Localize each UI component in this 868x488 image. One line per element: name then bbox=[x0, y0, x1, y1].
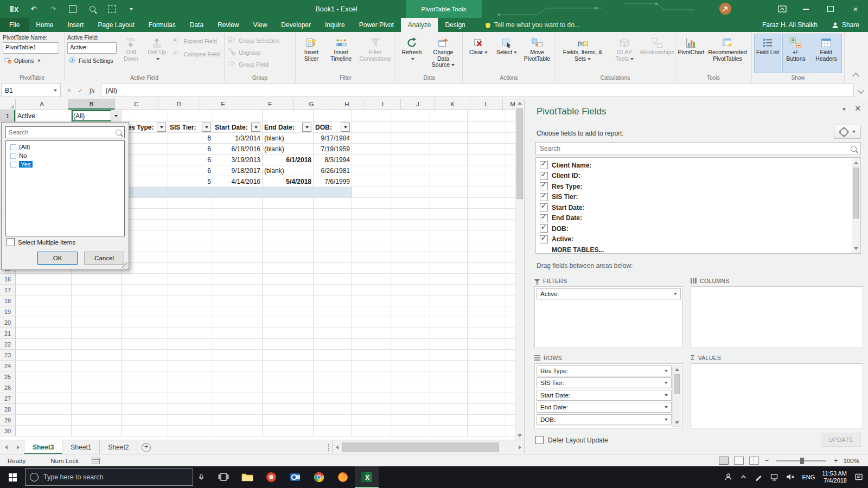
cell-A25[interactable] bbox=[16, 371, 72, 382]
row-header-23[interactable]: 23 bbox=[0, 350, 16, 361]
recommended-pivottables-button[interactable]: Recommended PivotTables bbox=[706, 34, 749, 73]
header-filter-icon[interactable] bbox=[251, 123, 260, 132]
cell-I19[interactable] bbox=[391, 306, 430, 317]
cell-E20[interactable] bbox=[213, 317, 263, 328]
horizontal-scrollbar[interactable] bbox=[332, 440, 524, 454]
tell-me-box[interactable]: Tell me what you want to do... bbox=[486, 18, 580, 32]
column-header-A[interactable]: A bbox=[16, 99, 68, 110]
tools-button[interactable] bbox=[834, 125, 861, 139]
cell-I24[interactable] bbox=[391, 361, 430, 371]
cell-K20[interactable] bbox=[468, 317, 506, 328]
cell-C19[interactable] bbox=[122, 306, 168, 317]
cell-I30[interactable] bbox=[391, 426, 430, 436]
cell-B30[interactable] bbox=[72, 426, 122, 436]
cell-K22[interactable] bbox=[468, 339, 506, 350]
cell-G24[interactable] bbox=[314, 361, 352, 371]
scroll-down-icon[interactable] bbox=[515, 431, 524, 440]
cell-D19[interactable] bbox=[168, 306, 213, 317]
insert-timeline-button[interactable]: Insert Timeline bbox=[326, 34, 356, 73]
cell-D21[interactable] bbox=[168, 328, 213, 339]
field-item-start-date[interactable]: Start Date: bbox=[539, 202, 860, 213]
cell-I15[interactable] bbox=[391, 263, 430, 274]
cell-H14[interactable] bbox=[352, 252, 391, 263]
page-break-view-button[interactable] bbox=[749, 457, 759, 465]
cell-B29[interactable] bbox=[72, 415, 122, 426]
cell-K10[interactable] bbox=[468, 209, 506, 220]
cell-I8[interactable] bbox=[391, 187, 430, 198]
cell-J4[interactable] bbox=[430, 144, 468, 155]
cell-D28[interactable] bbox=[168, 404, 213, 415]
cell-F3[interactable]: (blank) bbox=[263, 133, 314, 144]
cell-D22[interactable] bbox=[168, 339, 213, 350]
row-header-24[interactable]: 24 bbox=[0, 361, 16, 371]
checked-checkbox[interactable] bbox=[540, 203, 548, 211]
row-header-29[interactable]: 29 bbox=[0, 415, 16, 426]
columns-area[interactable] bbox=[691, 286, 863, 348]
excel-taskbar-icon[interactable]: X bbox=[355, 466, 379, 488]
fields-items-sets-button[interactable]: fxFields, Items, & Sets bbox=[558, 34, 608, 73]
cell-C20[interactable] bbox=[122, 317, 168, 328]
tab-review[interactable]: Review bbox=[210, 18, 246, 32]
cell-E14[interactable] bbox=[213, 252, 263, 263]
tab-splitter-handle[interactable] bbox=[326, 440, 332, 454]
qat-tool-icon-1[interactable] bbox=[63, 0, 82, 18]
cell-B27[interactable] bbox=[72, 393, 122, 404]
cell-D17[interactable] bbox=[168, 285, 213, 296]
cell-A16[interactable] bbox=[16, 274, 72, 285]
tab-design[interactable]: Design bbox=[438, 18, 472, 32]
checked-checkbox[interactable] bbox=[540, 172, 548, 180]
cell-E5[interactable]: 3/19/2013 bbox=[213, 155, 263, 165]
pivotchart-button[interactable]: PivotChart bbox=[678, 34, 705, 73]
cell-E22[interactable] bbox=[213, 339, 263, 350]
cell-D20[interactable] bbox=[168, 317, 213, 328]
cell-E7[interactable]: 4/14/2016 bbox=[213, 176, 263, 187]
cell-K14[interactable] bbox=[468, 252, 506, 263]
cell-B21[interactable] bbox=[72, 328, 122, 339]
tab-data[interactable]: Data bbox=[183, 18, 210, 32]
cell-K29[interactable] bbox=[468, 415, 506, 426]
insert-slicer-button[interactable]: Insert Slicer bbox=[298, 34, 325, 73]
cell-I10[interactable] bbox=[391, 209, 430, 220]
cell-G4[interactable]: 7/19/1959 bbox=[314, 144, 352, 155]
cell-D2[interactable]: SIS Tier: bbox=[168, 122, 213, 133]
column-header-H[interactable]: H bbox=[329, 99, 365, 110]
checked-checkbox[interactable] bbox=[540, 224, 548, 233]
cell-D1[interactable] bbox=[168, 110, 213, 122]
change-data-source-button[interactable]: Change Data Source bbox=[426, 34, 460, 73]
row-header-19[interactable]: 19 bbox=[0, 306, 16, 317]
cell-C25[interactable] bbox=[122, 371, 168, 382]
macro-record-icon[interactable] bbox=[92, 458, 100, 464]
cell-D16[interactable] bbox=[168, 274, 213, 285]
tab-insert[interactable]: Insert bbox=[60, 18, 91, 32]
cell-B1[interactable]: (All) bbox=[72, 110, 122, 122]
network-icon[interactable] bbox=[770, 473, 778, 482]
cell-K18[interactable] bbox=[468, 296, 506, 306]
cell-A17[interactable] bbox=[16, 285, 72, 296]
cell-F8[interactable] bbox=[263, 187, 314, 198]
cell-J26[interactable] bbox=[430, 382, 468, 393]
update-button[interactable]: UPDATE bbox=[821, 433, 861, 447]
cell-I11[interactable] bbox=[391, 220, 430, 230]
qat-tool-icon-2[interactable] bbox=[102, 0, 122, 18]
cell-E27[interactable] bbox=[213, 393, 263, 404]
field-item-res-type[interactable]: Res Type: bbox=[539, 181, 860, 192]
column-header-F[interactable]: F bbox=[246, 99, 294, 110]
cell-K7[interactable] bbox=[468, 176, 506, 187]
field-item-client-id[interactable]: Client ID: bbox=[539, 171, 860, 182]
enter-icon[interactable]: ✓ bbox=[78, 87, 83, 94]
cell-F7[interactable]: 5/4/2018 bbox=[263, 176, 314, 187]
row-header-21[interactable]: 21 bbox=[0, 328, 16, 339]
rows-scroll-thumb[interactable] bbox=[674, 374, 680, 394]
cell-K1[interactable] bbox=[468, 110, 506, 122]
more-tables-link[interactable]: MORE TABLES... bbox=[539, 246, 860, 254]
cell-E10[interactable] bbox=[213, 209, 263, 220]
cell-E15[interactable] bbox=[213, 263, 263, 274]
field-item-sis-tier[interactable]: SIS Tier: bbox=[539, 192, 860, 203]
formula-input[interactable]: (All) bbox=[101, 84, 854, 97]
defer-layout-checkbox[interactable] bbox=[535, 436, 544, 444]
cell-J17[interactable] bbox=[430, 285, 468, 296]
cell-E2[interactable]: Start Date: bbox=[213, 122, 263, 133]
cell-C22[interactable] bbox=[122, 339, 168, 350]
active-field-input[interactable]: Active: bbox=[67, 42, 117, 54]
cell-D10[interactable] bbox=[168, 209, 213, 220]
